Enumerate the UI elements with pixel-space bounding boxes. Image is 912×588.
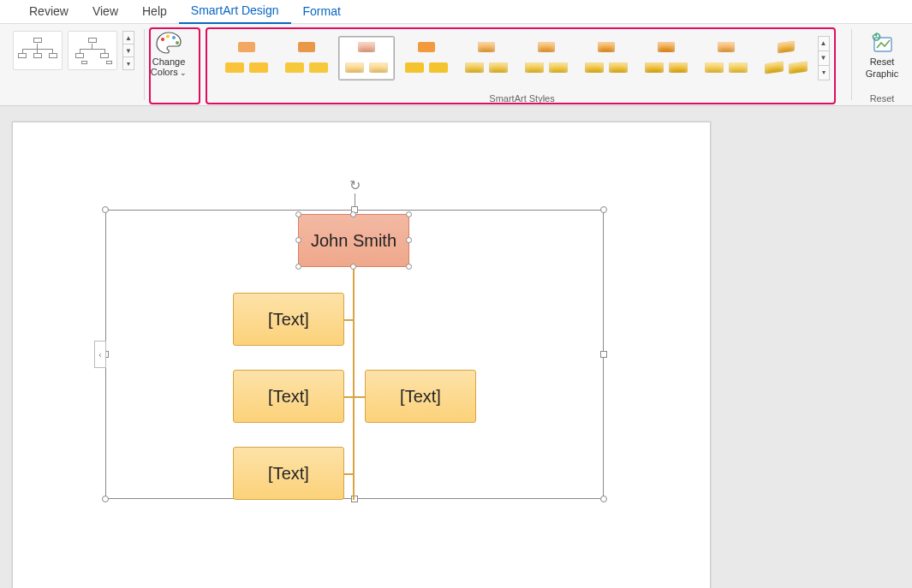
layout-thumb-2[interactable] [68,31,117,70]
reset-group-label: Reset [852,93,912,104]
style-thumb[interactable] [758,36,814,80]
style-thumb[interactable] [458,36,515,80]
change-colors-button[interactable]: Change Colors ⌄ [145,24,193,105]
styles-gallery-up-icon[interactable]: ▲ [819,37,829,51]
style-thumb[interactable] [278,36,335,80]
smartart-node-root[interactable]: John Smith [298,214,409,267]
svg-point-1 [166,35,170,39]
smartart-node-sub2[interactable]: [Text] [233,370,344,423]
style-thumb[interactable] [218,36,275,80]
style-thumb[interactable] [338,36,395,80]
styles-gallery-down-icon[interactable]: ▼ [819,51,829,66]
layout-gallery-down-icon[interactable]: ▼ [123,45,134,57]
style-thumb[interactable] [398,36,455,80]
document-area: ↻ ‹ John Smith [0,106,912,588]
change-colors-label-2: Colors ⌄ [145,67,193,78]
connector [344,473,354,475]
layout-gallery-up-icon[interactable]: ▲ [123,32,134,45]
node-handle[interactable] [295,264,301,270]
text-pane-toggle[interactable]: ‹ [94,341,106,368]
layouts-group: ▲ ▼ ▾ [0,24,144,105]
smartart-node-root-text: John Smith [306,231,402,251]
tab-format[interactable]: Format [291,1,353,23]
frame-handle-e[interactable] [600,351,607,358]
style-thumb[interactable] [638,36,694,80]
connector [344,396,366,398]
styles-gallery-scroll[interactable]: ▲▼▾ [818,36,830,80]
frame-handle-ne[interactable] [600,206,607,213]
layout-gallery-scroll[interactable]: ▲ ▼ ▾ [122,31,134,70]
tab-help[interactable]: Help [130,1,179,23]
svg-marker-5 [873,33,877,37]
node-handle[interactable] [406,264,412,270]
node-handle[interactable] [350,211,356,217]
frame-handle-sw[interactable] [102,496,109,502]
page: ↻ ‹ John Smith [12,122,711,588]
styles-group-label: SmartArt Styles [193,93,851,104]
node-handle[interactable] [350,264,356,270]
smartart-node-sub1[interactable]: [Text] [233,293,344,346]
node-handle[interactable] [406,237,412,243]
svg-point-3 [176,41,179,45]
change-colors-label-1: Change [145,56,193,67]
reset-graphic-label-1: Reset [855,56,909,67]
reset-graphic-button[interactable]: Reset Graphic [855,24,909,79]
connector [353,268,355,500]
smartart-styles-group: ▲▼▾ SmartArt Styles [193,24,851,105]
layout-thumb-1[interactable] [13,31,63,70]
frame-handle-se[interactable] [600,496,607,502]
connector [344,319,354,321]
node-handle[interactable] [295,211,301,217]
svg-point-2 [172,36,176,39]
layout-gallery-more-icon[interactable]: ▾ [123,57,134,69]
reset-graphic-label-2: Graphic [855,68,909,79]
node-handle[interactable] [295,237,301,243]
palette-icon [155,31,182,55]
smartart-node-sub4[interactable]: [Text] [233,447,344,500]
node-handle[interactable] [406,211,412,217]
style-thumb[interactable] [518,36,575,80]
reset-group: Reset Graphic Reset [852,24,912,105]
svg-point-0 [161,38,164,41]
ribbon: ▲ ▼ ▾ Change Colors ⌄ ▲▼▾ SmartArt Style… [0,24,912,106]
smartart-node-text: [Text] [263,310,314,330]
frame-handle-nw[interactable] [102,206,109,213]
smartart-node-text: [Text] [263,464,314,484]
smartart-node-sub3[interactable]: [Text] [365,370,476,423]
smartart-node-text: [Text] [395,387,446,407]
tab-review[interactable]: Review [17,1,80,23]
style-thumb[interactable] [698,36,754,80]
styles-gallery-more-icon[interactable]: ▾ [819,66,829,80]
smartart-frame[interactable]: ↻ ‹ John Smith [105,210,604,499]
tab-smartart-design[interactable]: SmartArt Design [179,0,291,24]
reset-graphic-icon [869,33,895,55]
style-thumb[interactable] [578,36,635,80]
tab-view[interactable]: View [80,1,130,23]
ribbon-tabs: Review View Help SmartArt Design Format [0,0,912,24]
rotate-handle-icon[interactable]: ↻ [347,178,362,193]
smartart-node-text: [Text] [263,387,314,407]
